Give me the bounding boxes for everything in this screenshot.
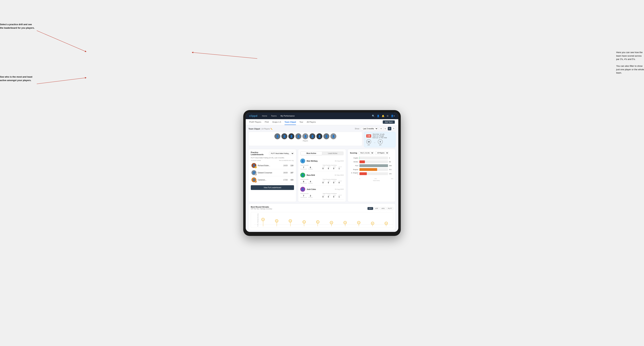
app-col: APP 0 bbox=[328, 180, 333, 184]
bronze-badge: 3 bbox=[254, 180, 257, 183]
least-active-tab[interactable]: Least Active bbox=[322, 152, 343, 155]
scoring-card: Scoring Par 3, 4 & 5s All Players Eagles bbox=[348, 149, 396, 202]
pin-circle: 6x bbox=[275, 219, 278, 222]
ott-col: OTT 0 bbox=[322, 195, 328, 198]
leaderboard-row: 👤 🥇 Richard Butler... 19/20 110 bbox=[251, 162, 294, 169]
active-stats: Total Rounds 8 Tournament 4 Practice bbox=[300, 178, 344, 184]
bogeys-track bbox=[360, 168, 388, 171]
gold-badge: 🥇 bbox=[254, 166, 257, 168]
show-label: Show: bbox=[355, 128, 360, 130]
practice-cols: OTT 0 APP 0 ARG 0 bbox=[322, 180, 344, 184]
active-stats: Total Rounds 7 Tournament 2 Practice bbox=[300, 193, 344, 198]
person-icon[interactable]: 👤 bbox=[377, 115, 380, 117]
subnav-tour[interactable]: Tour bbox=[300, 119, 303, 125]
active-stats: Total Rounds 7 Tournament 6 Practice bbox=[300, 165, 344, 170]
avatar: 👤 bbox=[302, 133, 308, 139]
nav-my-performance[interactable]: My Performance bbox=[280, 115, 295, 117]
user-menu[interactable]: 👤▾ bbox=[391, 115, 395, 117]
bar-row-pars: Pars 499 bbox=[350, 164, 393, 167]
tournament-stat: 7 Tournament bbox=[300, 195, 307, 198]
player-item: 👤 bbox=[316, 133, 322, 139]
practice-leaderboard-card: Practice Leaderboards PUTT Must Make Put… bbox=[248, 149, 296, 202]
annotation-bottom-left: See who is the most and leastactive amon… bbox=[0, 75, 32, 82]
pin-circle: 5x bbox=[302, 220, 306, 223]
practice-activities-group: Total Practice Activities OTT 0 APP 0 bbox=[322, 193, 344, 198]
team-count: | 14 Players ✏️ bbox=[261, 128, 272, 130]
eagles-value: 3 bbox=[389, 157, 393, 159]
total-rounds-label: Total Rounds bbox=[300, 193, 322, 194]
subnav-pga[interactable]: PGA bbox=[265, 119, 269, 125]
add-team-button[interactable]: Add Team bbox=[383, 120, 395, 124]
arg-col: ARG 0 bbox=[333, 166, 338, 170]
pin-circle: 4x bbox=[357, 221, 360, 224]
active-player-header: 👤 Blair McHarg 26 Aug 2023 bbox=[300, 159, 344, 163]
app-filter-button[interactable]: APP bbox=[374, 207, 380, 210]
annotation-top-right: Here you can see how theteam have scored… bbox=[616, 51, 644, 75]
leaderboard-subtitle: PUTT Must Make Putting (3-6 ft), Last 3 … bbox=[251, 157, 294, 159]
scoring-player-filter[interactable]: All Players bbox=[375, 151, 389, 155]
putt-filter-button[interactable]: PUTT bbox=[387, 207, 394, 210]
show-select[interactable]: Last 3 months bbox=[361, 127, 378, 130]
x-axis: 0 200 400 bbox=[350, 178, 393, 179]
svg-line-2 bbox=[192, 52, 257, 58]
settings-icon[interactable]: ⚙ bbox=[386, 115, 389, 117]
birdies-track bbox=[360, 161, 388, 163]
view-full-leaderboard-button[interactable]: View Full Leaderboard bbox=[251, 185, 294, 190]
dbogeys-track bbox=[360, 172, 388, 175]
grid-small-view-icon[interactable]: ⊞ bbox=[380, 127, 383, 130]
bogeys-bar bbox=[360, 168, 377, 171]
total-rounds-group: Total Rounds 7 Tournament 2 Practice bbox=[300, 193, 322, 198]
dbogeys-value: 131 bbox=[389, 173, 393, 174]
grid-large-view-icon[interactable]: ⊟ bbox=[384, 127, 387, 130]
search-icon[interactable]: 🔍 bbox=[372, 115, 375, 117]
player-name: Rees Britt bbox=[306, 174, 333, 176]
streaks-header: Best Round Streaks Off The Tee, Fairway … bbox=[251, 206, 393, 211]
pin-circle: 6x bbox=[289, 219, 292, 222]
shot-start: Start Lie: Rough bbox=[372, 135, 387, 137]
rounds-values: 7 Tournament 6 Practice bbox=[300, 166, 322, 170]
list-view-icon[interactable]: ☰ bbox=[388, 127, 391, 130]
practice-stat: 6 Practice bbox=[308, 166, 312, 170]
player-score: 18/20 bbox=[283, 172, 288, 174]
bell-icon[interactable]: 🔔 bbox=[382, 115, 384, 117]
leaderboard-filter[interactable]: PUTT Must Make Putting... bbox=[269, 152, 294, 155]
streak-pin: 7x bbox=[262, 218, 264, 226]
x-axis-label: Total Shots bbox=[350, 180, 393, 181]
active-player-item: 👤 Rees Britt 02 Sep 2023 Total Rounds 8 bbox=[300, 171, 344, 185]
nav-icons: 🔍 👤 🔔 ⚙ 👤▾ bbox=[372, 115, 395, 117]
subnav-team-clippd[interactable]: Team Clippd bbox=[284, 119, 296, 125]
shot-circles: 16 yds → 0 yds bbox=[366, 139, 393, 146]
shot-divider: → bbox=[373, 141, 376, 144]
streak-filters: OTT APP ARG PUTT bbox=[368, 207, 393, 210]
practice-activities-label: Total Practice Activities bbox=[322, 178, 344, 180]
shot-circle-2: 0 yds bbox=[378, 139, 383, 146]
shot-end: End Lie: In The Hole bbox=[372, 137, 387, 139]
subnav-pgat[interactable]: PGAT Players bbox=[249, 119, 261, 125]
putt-col: PUTT 1 bbox=[338, 166, 344, 170]
arg-filter-button[interactable]: ARG bbox=[380, 207, 386, 210]
ott-filter-button[interactable]: OTT bbox=[368, 207, 373, 210]
show-filter-group: Show: Last 3 months ⊞ ⊟ ☰ ⇅ bbox=[355, 127, 396, 130]
most-active-tab[interactable]: Most Active bbox=[301, 152, 322, 155]
subnav-hcaps[interactable]: Hcaps 1-5 bbox=[272, 119, 281, 125]
streaks-card: Best Round Streaks Off The Tee, Fairway … bbox=[248, 204, 396, 230]
practice-cols: OTT 0 APP 0 ARG 0 bbox=[322, 166, 344, 170]
pin-circle: 3x bbox=[385, 222, 388, 225]
sort-view-icon[interactable]: ⇅ bbox=[392, 127, 396, 130]
nav-teams[interactable]: Teams bbox=[271, 115, 277, 117]
player-item: 👤 bbox=[282, 133, 287, 139]
streak-pin: 4x bbox=[344, 221, 347, 226]
birdies-value: 96 bbox=[389, 161, 393, 163]
streak-pin: 4x bbox=[330, 221, 333, 226]
scoring-header: Scoring Par 3, 4 & 5s All Players bbox=[350, 151, 393, 155]
players-row: 👤 👤 👤 👤 👤 bbox=[252, 133, 359, 139]
active-player-item: 👤 Josh Coles 26 Aug 2023 Total Rounds 7 bbox=[300, 185, 344, 199]
pars-label: Pars bbox=[350, 165, 358, 167]
rounds-values: 7 Tournament 2 Practice bbox=[300, 195, 322, 198]
nav-home[interactable]: Home bbox=[262, 115, 268, 117]
subnav-all-players[interactable]: All Players bbox=[307, 119, 316, 125]
col-score: PB SCORE bbox=[279, 160, 286, 161]
scoring-par-filter[interactable]: Par 3, 4 & 5s bbox=[358, 151, 374, 155]
pars-value: 499 bbox=[389, 165, 393, 167]
arg-col: ARG 0 bbox=[333, 195, 338, 198]
